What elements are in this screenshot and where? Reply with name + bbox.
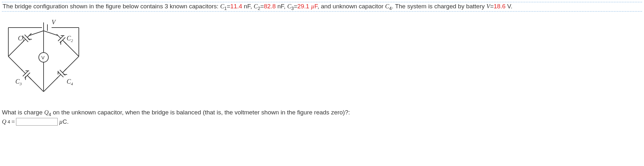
c2-unit: nF, [276,3,287,10]
c4-subscript: 4 [389,6,392,11]
voltmeter-label: V [41,55,45,60]
svg-line-5 [27,33,31,37]
c3-unit-f: F [314,3,318,10]
svg-line-11 [62,40,67,44]
c4-fig-label: C4 [67,78,73,86]
svg-line-7 [28,37,32,41]
c3-value: 29.1 [297,3,309,10]
problem-container: The bridge configuration shown in the fi… [0,0,644,130]
circuit-diagram: V C1 C2 C3 C4 V [5,18,88,101]
c2-value: 82.8 [264,3,276,10]
c1-symbol: C [220,3,224,10]
c3-fig-label: C3 [15,78,22,86]
svg-line-25 [63,73,67,76]
problem-statement: The bridge configuration shown in the fi… [2,2,642,12]
circuit-svg: V C1 C2 C3 C4 V [5,18,88,101]
q-before: What is charge [2,109,44,116]
c3-symbol: C [287,3,291,10]
v-value: 18.6 [494,3,506,10]
svg-line-10 [57,34,61,38]
c1-unit: nF, [242,3,254,10]
c2-symbol: C [254,3,258,10]
svg-line-23 [62,69,67,73]
battery-label: V [52,19,56,26]
svg-line-22 [57,74,61,79]
answer-input[interactable] [16,118,58,126]
q-symbol: Q [44,109,49,116]
answer-line: Q4 = µC. [2,118,642,126]
question-area: What is charge Q4 on the unknown capacit… [2,109,642,126]
svg-line-13 [59,41,62,45]
answer-equals: = [12,118,15,125]
svg-line-17 [27,75,31,79]
v-unit: V. [506,3,513,10]
eq-sign-3: = [294,3,297,10]
question-text: What is charge Q4 on the unknown capacit… [2,109,642,116]
after-c4: . The system is charged by battery [392,3,486,10]
v-symbol: V [486,3,490,10]
eq-sign-2: = [260,3,264,10]
c4-symbol: C [385,3,389,10]
c1-subscript: 1 [224,6,227,11]
q-subscript: 4 [49,112,51,117]
mu-symbol: µ [311,3,314,10]
c1-fig-label: C1 [18,35,24,43]
intro-text: The bridge configuration shown in the fi… [3,3,220,10]
answer-unit-mu: µ [59,118,62,125]
c3-subscript: 3 [291,6,294,11]
answer-unit: C. [62,118,69,125]
eq-sign-4: = [490,3,494,10]
svg-line-16 [21,70,26,74]
answer-lhs-symbol: Q [2,118,6,125]
svg-line-19 [24,76,27,80]
q-after: on the unknown capacitor, when the bridg… [51,109,350,116]
c2-fig-label: C2 [67,35,73,43]
c3-unit-tail: , and unknown capacitor [318,3,385,10]
eq-sign: = [227,3,230,10]
c1-value: 11.4 [230,3,242,10]
